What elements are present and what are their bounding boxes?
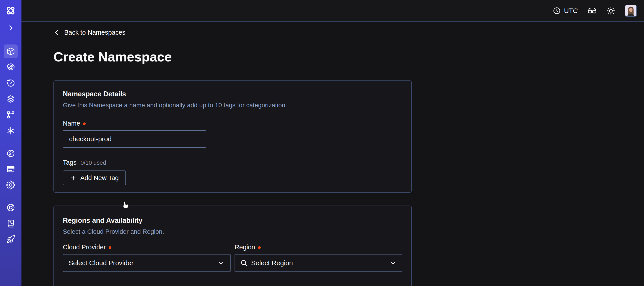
- layers-icon: [6, 94, 15, 103]
- rocket-icon: [6, 235, 15, 244]
- sidebar-divider: [0, 196, 22, 196]
- user-photo: [625, 5, 636, 16]
- clock-icon: [553, 7, 561, 15]
- sidebar-item-get-started[interactable]: [4, 232, 18, 246]
- cube-icon: [6, 47, 15, 56]
- chevron-left-icon: [54, 29, 60, 36]
- glasses-icon: [587, 6, 597, 16]
- page-title: Create Namespace: [54, 49, 644, 65]
- sidebar-item-billing[interactable]: [4, 162, 18, 176]
- cloud-provider-label: Cloud Provider: [63, 244, 106, 251]
- sidebar-item-usage[interactable]: [4, 146, 18, 160]
- credit-card-icon: [6, 165, 15, 174]
- sidebar-item-nexus[interactable]: [4, 124, 18, 138]
- regions-card-title: Regions and Availability: [63, 216, 402, 225]
- required-dot: [258, 246, 261, 249]
- regions-card-description: Select a Cloud Provider and Region.: [63, 228, 402, 236]
- sidebar-item-deployments[interactable]: [4, 108, 18, 122]
- back-link-label: Back to Namespaces: [64, 29, 126, 36]
- details-card-description: Give this Namespace a name and optionall…: [63, 101, 402, 109]
- life-buoy-icon: [6, 203, 15, 212]
- temporal-logo[interactable]: [4, 5, 18, 16]
- region-placeholder: Select Region: [251, 259, 386, 267]
- theme-toggle-button[interactable]: [606, 6, 616, 15]
- sidebar-item-settings[interactable]: [4, 178, 18, 192]
- chevron-right-icon: [7, 24, 14, 32]
- details-card-title: Namespace Details: [63, 90, 402, 98]
- sidebar-item-namespaces[interactable]: [4, 44, 18, 58]
- labs-button[interactable]: [587, 6, 597, 16]
- topbar: UTC: [22, 0, 644, 22]
- sidebar-item-workflows[interactable]: [4, 60, 18, 74]
- chevron-down-icon: [218, 260, 225, 267]
- sidebar-item-batch-operations[interactable]: [4, 92, 18, 106]
- cloud-provider-placeholder: Select Cloud Provider: [69, 259, 214, 267]
- book-sparkles-icon: [6, 219, 15, 228]
- namespace-details-card: Namespace Details Give this Namespace a …: [54, 80, 412, 193]
- required-dot: [83, 122, 86, 125]
- sidebar-item-schedules[interactable]: [4, 76, 18, 90]
- gauge-icon: [6, 149, 15, 158]
- sidebar-divider: [0, 142, 22, 142]
- sidebar-item-support[interactable]: [4, 201, 18, 215]
- namespace-name-input[interactable]: [63, 130, 206, 148]
- region-select[interactable]: Select Region: [234, 254, 402, 272]
- required-dot: [109, 246, 111, 249]
- asterisk-icon: [6, 126, 15, 135]
- spiral-icon: [6, 63, 15, 72]
- sun-icon: [606, 6, 616, 15]
- main-content: Back to Namespaces Create Namespace Name…: [22, 0, 644, 286]
- chevron-down-icon: [389, 260, 396, 267]
- region-label: Region: [234, 244, 255, 251]
- back-to-namespaces-link[interactable]: Back to Namespaces: [54, 28, 126, 36]
- name-label: Name: [63, 120, 80, 127]
- timezone-label: UTC: [564, 7, 578, 14]
- regions-availability-card: Regions and Availability Select a Cloud …: [54, 206, 412, 286]
- gear-icon: [6, 181, 15, 190]
- timezone-button[interactable]: UTC: [553, 7, 578, 15]
- cloud-provider-select[interactable]: Select Cloud Provider: [63, 254, 230, 272]
- timer-icon: [6, 79, 15, 88]
- tags-used-counter: 0/10 used: [80, 159, 106, 166]
- sidebar: [0, 0, 22, 286]
- tags-label: Tags: [63, 159, 76, 166]
- sidebar-item-docs[interactable]: [4, 217, 18, 230]
- plus-icon: [70, 175, 77, 181]
- git-branch-icon: [6, 110, 15, 119]
- add-new-tag-label: Add New Tag: [80, 174, 119, 182]
- sidebar-expand-button[interactable]: [4, 21, 18, 35]
- add-new-tag-button[interactable]: Add New Tag: [63, 171, 126, 185]
- avatar[interactable]: [625, 5, 637, 17]
- search-icon: [240, 260, 248, 267]
